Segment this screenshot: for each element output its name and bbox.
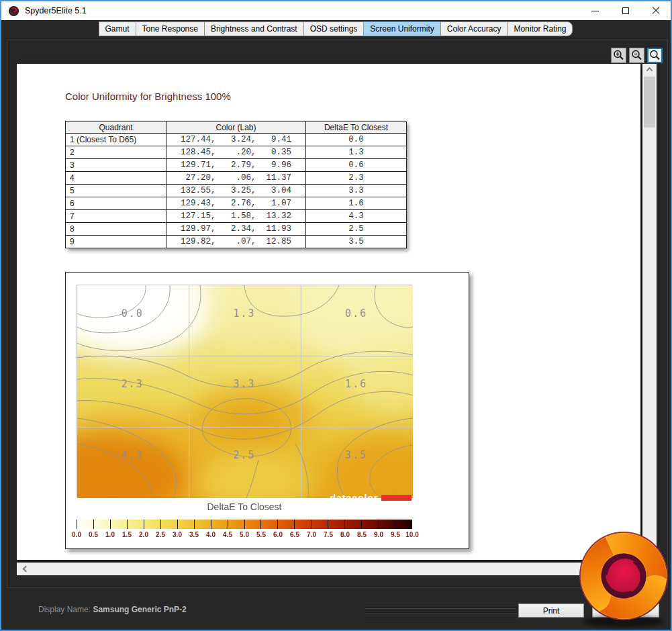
tab[interactable]: Monitor Rating	[507, 21, 573, 36]
colorbar-segment	[328, 520, 344, 529]
quadrant-cell: 1 (Closest To D65)	[66, 134, 166, 146]
colorbar-segment	[294, 520, 311, 529]
zoom-out-icon	[630, 49, 643, 62]
colorbar-segment	[311, 520, 328, 529]
colorbar-segment	[110, 520, 127, 529]
minimize-icon	[591, 11, 599, 11]
colorbar-tick: 6.0	[273, 531, 283, 538]
scroll-left-button[interactable]	[19, 563, 32, 575]
minimize-button[interactable]	[580, 1, 610, 20]
maximize-icon	[622, 7, 629, 14]
uniformity-heatmap-box: 0.01.30.62.33.31.64.32.53.5 datacolor De…	[65, 272, 469, 549]
colorbar-tick: 5.0	[240, 531, 249, 538]
colorbar-tick-labels: 0.00.51.01.52.02.53.03.54.04.55.05.56.06…	[77, 531, 412, 539]
deltae-cell: 0.6	[306, 159, 407, 172]
zoom-reset-button[interactable]	[647, 48, 663, 63]
table-row: 8 129.97, 2.34, 11.93 2.5	[66, 223, 406, 236]
tab[interactable]: Color Accuracy	[440, 21, 508, 36]
colorbar-segment	[160, 520, 177, 529]
colorbar-tick: 2.0	[139, 531, 148, 538]
deltae-cell: 0.0	[306, 134, 407, 146]
colorbar-segment	[228, 520, 244, 529]
colorbar-segment	[177, 520, 194, 529]
vertical-scrollbar[interactable]	[642, 64, 657, 560]
colorbar-tick: 1.5	[122, 531, 132, 538]
colorbar-segment	[144, 520, 160, 529]
chevron-up-icon	[646, 66, 653, 73]
deltae-cell: 1.3	[306, 146, 407, 159]
chevron-left-icon	[22, 566, 29, 573]
tab[interactable]: OSD settings	[303, 21, 365, 36]
zoom-toolbar	[611, 48, 663, 63]
quadrant-cell: 4	[66, 172, 166, 185]
tab-bar: Gamut Tone Response Brightness and Contr…	[1, 21, 671, 38]
vertical-scrollbar-thumb[interactable]	[644, 77, 655, 128]
colorbar-tick: 2.5	[156, 531, 165, 538]
colorbar-tick: 8.0	[340, 531, 350, 538]
page-title: Color Uniformity for Brightness 100%	[65, 91, 231, 102]
deltae-cell: 3.3	[306, 185, 407, 197]
colorbar-tick: 1.0	[105, 531, 115, 538]
colorbar-tick: 8.5	[357, 531, 367, 538]
deltae-cell: 3.5	[306, 236, 407, 248]
table-row: 4 27.20, .06, 11.37 2.3	[66, 172, 406, 185]
zoom-out-button[interactable]	[629, 48, 644, 63]
table-row: 7 127.15, 1.58, 13.32 4.3	[66, 210, 406, 223]
deltae-cell: 4.3	[306, 210, 407, 223]
colorbar-segment	[260, 520, 277, 529]
colorbar-segment	[277, 520, 294, 529]
scroll-up-button[interactable]	[642, 64, 657, 75]
colorbar-tick: 6.5	[290, 531, 299, 538]
quadrant-cell: 6	[66, 197, 166, 210]
colorbar-segment	[378, 520, 395, 529]
colorbar-segment	[244, 520, 261, 529]
display-name-label: Display Name:	[38, 605, 91, 614]
colorbar-tick: 7.5	[324, 531, 333, 538]
colorbar-tick: 9.0	[374, 531, 383, 538]
colorbar-tick: 4.5	[223, 531, 232, 538]
colorbar-segment	[93, 520, 110, 529]
colorbar-tick: 0.5	[89, 531, 98, 538]
maximize-button[interactable]	[610, 1, 640, 20]
print-button[interactable]: Print	[518, 603, 584, 618]
spyder-app-icon	[8, 5, 19, 17]
colorbar-tick: 9.5	[391, 531, 400, 538]
table-body: 1 (Closest To D65) 127.44, 3.24, 9.41 0.…	[66, 134, 406, 248]
zoom-in-button[interactable]	[611, 48, 626, 63]
colorbar-tick: 10.0	[405, 531, 418, 538]
report-page: Color Uniformity for Brightness 100% Qua…	[17, 64, 640, 560]
quadrant-cell: 9	[66, 236, 166, 248]
tab[interactable]: Brightness and Contrast	[204, 21, 304, 36]
window-title: Spyder5Elite 5.1	[25, 6, 87, 15]
colorbar-tick: 0.0	[72, 531, 81, 538]
deltae-cell: 2.5	[306, 223, 407, 236]
tab[interactable]: Gamut	[99, 21, 136, 36]
lab-color-cell: 129.82, .07, 12.85	[166, 236, 306, 248]
lab-color-cell: 127.15, 1.58, 13.32	[166, 210, 306, 223]
horizontal-scrollbar[interactable]	[17, 563, 640, 575]
tab[interactable]: Tone Response	[136, 21, 205, 36]
secondary-button[interactable]	[592, 603, 659, 618]
table-header-cell: Color (Lab)	[166, 122, 306, 134]
close-button[interactable]	[640, 1, 671, 20]
uniformity-table: QuadrantColor (Lab)DeltaE To Closest 1 (…	[65, 121, 406, 248]
quadrant-cell: 5	[66, 185, 166, 197]
uniformity-contour-map	[77, 285, 412, 497]
quadrant-cell: 2	[66, 146, 166, 159]
deltae-cell: 1.6	[306, 197, 407, 210]
display-name-value: Samsung Generic PnP-2	[93, 605, 186, 614]
datacolor-red-bar-icon	[381, 495, 412, 501]
lab-color-cell: 132.55, 3.25, 3.04	[166, 185, 306, 197]
tab[interactable]: Screen Uniformity	[363, 21, 440, 36]
lab-color-cell: 27.20, .06, 11.37	[166, 172, 306, 185]
zoom-in-icon	[612, 49, 625, 62]
table-header-cell: Quadrant	[66, 122, 166, 134]
table-header-row: QuadrantColor (Lab)DeltaE To Closest	[66, 122, 406, 134]
colorbar-tick: 7.0	[307, 531, 316, 538]
table-row: 5 132.55, 3.25, 3.04 3.3	[66, 185, 406, 197]
lab-color-cell: 129.43, 2.76, 1.07	[166, 197, 306, 210]
quadrant-cell: 3	[66, 159, 166, 172]
titlebar: Spyder5Elite 5.1	[1, 1, 671, 20]
colorbar-segment	[395, 520, 412, 529]
display-name-row: Display Name: Samsung Generic PnP-2	[38, 605, 187, 614]
